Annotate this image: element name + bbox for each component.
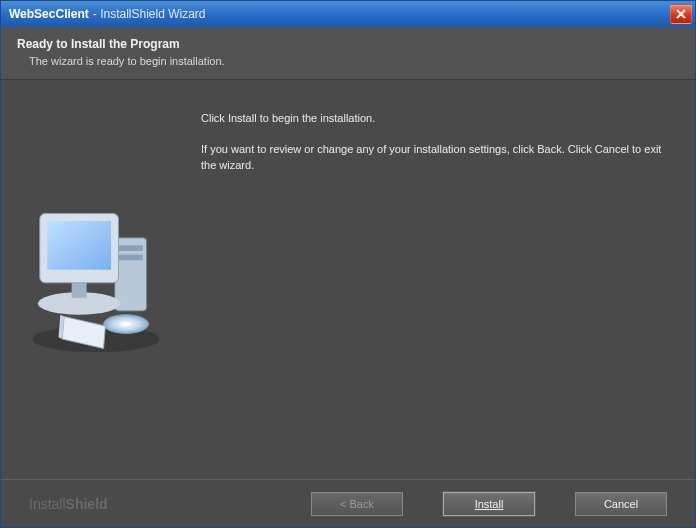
svg-rect-5 — [72, 281, 87, 298]
installer-artwork-icon — [21, 200, 171, 360]
installer-window: WebSecClient - InstallShield Wizard Read… — [0, 0, 696, 528]
title-rest: - InstallShield Wizard — [93, 7, 206, 21]
install-button[interactable]: Install — [443, 492, 535, 516]
svg-rect-2 — [119, 245, 143, 251]
content-line-1: Click Install to begin the installation. — [201, 110, 665, 127]
wizard-footer: InstallShield < Back Install Cancel — [1, 479, 695, 527]
brand-part-2: Shield — [66, 496, 108, 512]
header-subtitle: The wizard is ready to begin installatio… — [17, 55, 679, 67]
content-line-2: If you want to review or change any of y… — [201, 141, 665, 174]
brand-part-1: Install — [29, 496, 66, 512]
wizard-content: Click Install to begin the installation.… — [1, 80, 695, 479]
back-button: < Back — [311, 492, 403, 516]
cancel-button[interactable]: Cancel — [575, 492, 667, 516]
header-title: Ready to Install the Program — [17, 37, 679, 51]
svg-rect-3 — [119, 255, 143, 261]
titlebar[interactable]: WebSecClient - InstallShield Wizard — [1, 1, 695, 27]
close-icon — [676, 9, 686, 19]
svg-point-9 — [121, 322, 130, 326]
close-button[interactable] — [670, 4, 692, 24]
svg-rect-7 — [47, 221, 111, 270]
installshield-brand: InstallShield — [29, 496, 108, 512]
wizard-header: Ready to Install the Program The wizard … — [1, 27, 695, 80]
title-strong: WebSecClient — [9, 7, 89, 21]
